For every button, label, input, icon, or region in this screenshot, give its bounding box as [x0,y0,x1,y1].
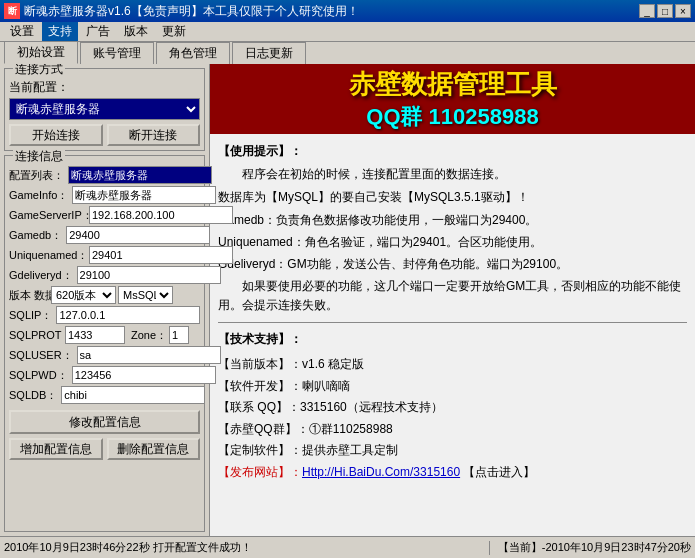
sqlprot-label: SQLPROT： [9,328,63,343]
title-bar: 断 断魂赤壁服务器v1.6【免责声明】本工具仅限于个人研究使用！ _ □ × [0,0,695,22]
tab-log-update[interactable]: 日志更新 [232,42,306,64]
sqlip-input[interactable] [56,306,200,324]
tip-item-2: Gamedb：负责角色数据修改功能使用，一般端口为29400。 [218,211,687,230]
sqlip-row: SQLIP： [9,306,200,324]
zone-label: Zone： [131,328,167,343]
support-qqgroup: 【赤壁QQ群】： ①群110258988 [218,419,687,441]
app-icon: 断 [4,3,20,19]
support-qq: 【联系 QQ】： 3315160（远程技术支持） [218,397,687,419]
support-version: 【当前版本】： v1.6 稳定版 [218,354,687,376]
info-group-title: 连接信息 [13,148,65,165]
version-db-label: 版本 数据库： [9,288,49,303]
right-content: 【使用提示】： 程序会在初始的时候，连接配置里面的数据连接。 数据库为【MySQ… [210,134,695,536]
website-link[interactable]: Http://Hi.BaiDu.Com/3315160 [302,465,460,479]
tab-initial-setup[interactable]: 初始设置 [4,41,78,64]
sqluser-label: SQLUSER： [9,348,77,363]
status-divider [489,541,490,555]
config-list-row: 配置列表： [9,166,200,184]
tip-item-4: Gdeliveryd：GM功能，发送公告、封停角色功能。端口为29100。 [218,255,687,274]
status-right-text: 【当前】-2010年10月9日23时47分20秒 [498,540,691,555]
current-config-label: 当前配置： [9,79,200,96]
menu-settings[interactable]: 设置 [4,22,40,41]
current-config-select[interactable]: 断魂赤壁服务器 [9,98,200,120]
right-panel: 赤壁数据管理工具 QQ群 110258988 【使用提示】： 程序会在初始的时候… [210,64,695,536]
menu-update[interactable]: 更新 [156,22,192,41]
right-header: 赤壁数据管理工具 QQ群 110258988 [210,64,695,134]
header-title: 赤壁数据管理工具 [349,67,557,102]
db-select[interactable]: MsSQL库 [118,286,173,304]
add-config-button[interactable]: 增加配置信息 [9,438,103,460]
uniquenamed-label: Uniquenamed： [9,248,89,263]
gdeliveryd-input[interactable] [77,266,221,284]
gameinfo-label: GameInfo： [9,188,72,203]
gamedb-row: Gamedb： [9,226,200,244]
maximize-button[interactable]: □ [657,4,673,18]
connect-buttons: 开始连接 断开连接 [9,124,200,146]
delete-config-button[interactable]: 删除配置信息 [107,438,201,460]
status-bar: 2010年10月9日23时46分22秒 打开配置文件成功！ 【当前】-2010年… [0,536,695,558]
tip-para-5: 如果要使用必要的功能，这几个端口一定要开放给GM工具，否则相应的功能不能使用。会… [218,277,687,315]
modify-config-button[interactable]: 修改配置信息 [9,410,200,434]
left-panel: 连接方式 当前配置： 断魂赤壁服务器 开始连接 断开连接 连接信息 配置列表： [0,64,210,536]
config-list-label: 配置列表： [9,168,68,183]
support-title: 【技术支持】： [218,329,687,351]
info-group: 连接信息 配置列表： GameInfo： GameServerIP： [4,155,205,532]
connect-section: 当前配置： 断魂赤壁服务器 开始连接 断开连接 [9,79,200,146]
gdeliveryd-row: Gdeliveryd： [9,266,200,284]
config-list-input[interactable] [68,166,212,184]
menu-bar: 设置 支持 广告 版本 更新 [0,22,695,42]
add-delete-buttons: 增加配置信息 删除配置信息 [9,438,200,460]
sqluser-input[interactable] [77,346,221,364]
uniquenamed-row: Uniquenamed： [9,246,200,264]
support-website: 【发布网站】： Http://Hi.BaiDu.Com/3315160 【点击进… [218,462,687,484]
support-customize: 【定制软件】： 提供赤壁工具定制 [218,440,687,462]
tip-para-0: 程序会在初始的时候，连接配置里面的数据连接。 [218,165,687,184]
stop-connect-button[interactable]: 断开连接 [107,124,201,146]
tab-bar: 初始设置 账号管理 角色管理 日志更新 [0,42,695,64]
close-button[interactable]: × [675,4,691,18]
sqlpwd-row: SQLPWD： [9,366,200,384]
gamedb-label: Gamedb： [9,228,66,243]
main-content: 连接方式 当前配置： 断魂赤壁服务器 开始连接 断开连接 连接信息 配置列表： [0,64,695,536]
start-connect-button[interactable]: 开始连接 [9,124,103,146]
tip-title: 【使用提示】： [218,142,687,161]
sqldb-label: SQLDB： [9,388,61,403]
menu-ads[interactable]: 广告 [80,22,116,41]
window-controls: _ □ × [639,4,691,18]
version-select[interactable]: 620版本 [51,286,116,304]
sqlprot-row: SQLPROT： Zone： [9,326,200,344]
gdeliveryd-label: Gdeliveryd： [9,268,77,283]
tip-item-1: 数据库为【MySQL】的要自己安装【MySQL3.5.1驱动】！ [218,188,687,207]
tip-item-3: Uniquenamed：角色名验证，端口为29401。合区功能使用。 [218,233,687,252]
sqlprot-input[interactable] [65,326,125,344]
status-left-text: 2010年10月9日23时46分22秒 打开配置文件成功！ [4,540,481,555]
header-qq: QQ群 110258988 [366,102,538,132]
gameinfo-input[interactable] [72,186,216,204]
zone-input[interactable] [169,326,189,344]
uniquenamed-input[interactable] [89,246,233,264]
gamedb-input[interactable] [66,226,210,244]
sqldb-row: SQLDB： [9,386,200,404]
sqlip-label: SQLIP： [9,308,56,323]
divider [218,322,687,323]
version-db-row: 版本 数据库： 620版本 MsSQL库 [9,286,200,304]
sqldb-input[interactable] [61,386,205,404]
menu-version[interactable]: 版本 [118,22,154,41]
tab-role-management[interactable]: 角色管理 [156,42,230,64]
gameserverip-label: GameServerIP： [9,208,89,223]
support-section: 【技术支持】： 【当前版本】： v1.6 稳定版 【软件开发】： 喇叭嘀嘀 【联… [218,329,687,484]
menu-support[interactable]: 支持 [42,22,78,41]
gameinfo-row: GameInfo： [9,186,200,204]
minimize-button[interactable]: _ [639,4,655,18]
tab-account-management[interactable]: 账号管理 [80,42,154,64]
connect-group: 连接方式 当前配置： 断魂赤壁服务器 开始连接 断开连接 [4,68,205,151]
sqluser-row: SQLUSER： [9,346,200,364]
sqlpwd-input[interactable] [72,366,216,384]
support-developer: 【软件开发】： 喇叭嘀嘀 [218,376,687,398]
gameserverip-row: GameServerIP： [9,206,200,224]
sqlpwd-label: SQLPWD： [9,368,72,383]
window-title: 断魂赤壁服务器v1.6【免责声明】本工具仅限于个人研究使用！ [24,3,359,20]
gameserverip-input[interactable] [89,206,233,224]
